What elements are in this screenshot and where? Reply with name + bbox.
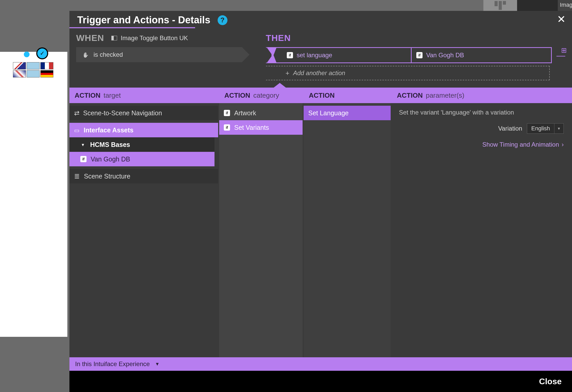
- scope-label: In this Intuiface Experience: [75, 360, 150, 368]
- target-hcms-bases[interactable]: ▾ HCMS Bases: [69, 137, 214, 152]
- node-handle[interactable]: [24, 52, 30, 57]
- flag-spacer: [27, 62, 40, 69]
- help-icon[interactable]: ?: [218, 15, 227, 25]
- layers-icon: [74, 172, 80, 180]
- action-set-language-label: Set Language: [308, 109, 349, 117]
- header-category-word: category: [253, 91, 279, 99]
- action-column: Set Language: [304, 103, 392, 357]
- target-interface-assets-label: Interface Assets: [84, 126, 133, 134]
- when-source-text: Image Toggle Button UK: [121, 34, 188, 42]
- flag-de[interactable]: [40, 70, 53, 77]
- arrows-icon: [74, 109, 79, 117]
- top-tab-cutoff[interactable]: Imag: [558, 0, 572, 11]
- trigger-badge-icon[interactable]: ✓: [36, 47, 48, 59]
- columns-header: ACTION target ACTION category ACTION ACT…: [69, 88, 572, 103]
- target-column: Scene-to-Scene Navigation Interface Asse…: [69, 103, 219, 357]
- toggle-button-icon: [111, 36, 117, 40]
- timing-label: Show Timing and Animation: [482, 141, 559, 148]
- if-badge-icon: if: [224, 124, 230, 131]
- flag-fr[interactable]: [40, 62, 53, 69]
- remove-action-button[interactable]: —: [556, 50, 565, 60]
- if-badge-icon: if: [80, 156, 87, 162]
- variation-select[interactable]: English ▼: [527, 123, 564, 134]
- close-button[interactable]: Close: [539, 377, 562, 386]
- when-source[interactable]: Image Toggle Button UK: [111, 34, 188, 42]
- chevron-right-icon: ›: [562, 141, 564, 148]
- action-target-cell[interactable]: if Van Gogh DB: [412, 48, 551, 62]
- category-artwork-label: Artwork: [234, 109, 256, 117]
- chevron-down-icon: ▼: [554, 124, 563, 133]
- action-name: set language: [297, 52, 332, 59]
- chevron-down-icon: ▾: [82, 142, 84, 147]
- param-description: Set the variant 'Language' with a variat…: [399, 109, 564, 116]
- category-artwork[interactable]: if Artwork: [219, 106, 303, 120]
- when-then-panel: ⊞ WHEN Image Toggle Button UK is checked…: [69, 28, 572, 88]
- header-parameters: ACTION parameter(s): [392, 88, 572, 103]
- target-scene-nav[interactable]: Scene-to-Scene Navigation: [69, 106, 218, 120]
- flag-toggle-widget[interactable]: ✓: [13, 53, 52, 84]
- header-action-word: ACTION: [397, 91, 423, 99]
- parameters-column: Set the variant 'Language' with a variat…: [392, 103, 572, 357]
- add-action-label: Add another action: [293, 69, 345, 77]
- action-chevron-icon: [266, 47, 271, 63]
- variation-value: English: [527, 125, 554, 132]
- action-set-language[interactable]: Set Language: [304, 106, 391, 120]
- header-action-word: ACTION: [309, 91, 335, 99]
- canvas-background: [0, 52, 67, 337]
- top-tab-inactive[interactable]: [483, 0, 517, 11]
- if-badge-icon: if: [287, 52, 293, 58]
- scope-bar[interactable]: In this Intuiface Experience ▼: [69, 357, 572, 371]
- category-set-variants-label: Set Variants: [234, 124, 269, 131]
- variation-label: Variation: [498, 125, 522, 132]
- header-category: ACTION category: [219, 88, 304, 103]
- if-badge-icon: if: [224, 110, 230, 116]
- add-action-button[interactable]: + Add another action: [266, 66, 550, 80]
- dialog-footer: Close: [69, 371, 572, 392]
- header-target-word: target: [104, 91, 121, 99]
- if-badge-icon: if: [416, 52, 423, 58]
- target-van-gogh[interactable]: if Van Gogh DB: [69, 152, 214, 166]
- dialog-title: Trigger and Actions - Details: [77, 15, 210, 26]
- category-column: if Artwork if Set Variants: [219, 103, 304, 357]
- target-van-gogh-label: Van Gogh DB: [91, 155, 130, 163]
- when-label: WHEN: [76, 33, 104, 43]
- timing-link[interactable]: Show Timing and Animation ›: [399, 141, 564, 148]
- target-interface-assets[interactable]: Interface Assets: [69, 123, 218, 137]
- target-hcms-label: HCMS Bases: [90, 141, 130, 148]
- close-icon[interactable]: ✕: [557, 14, 566, 24]
- target-scene-structure-label: Scene Structure: [84, 173, 130, 180]
- flag-uk-2[interactable]: [13, 70, 26, 77]
- flag-spacer: [27, 70, 40, 77]
- header-params-word: parameter(s): [426, 91, 464, 99]
- header-action-word: ACTION: [75, 91, 101, 99]
- when-column: WHEN Image Toggle Button UK is checked: [76, 33, 258, 80]
- header-action-word: ACTION: [224, 91, 250, 99]
- hand-icon: [82, 51, 89, 58]
- pointer-arrow-icon: [273, 83, 287, 88]
- header-action: ACTION: [304, 88, 392, 103]
- flag-uk[interactable]: [13, 62, 26, 69]
- trigger-chip[interactable]: is checked: [76, 47, 242, 62]
- header-target: ACTION target: [69, 88, 219, 103]
- category-set-variants[interactable]: if Set Variants: [219, 120, 303, 135]
- then-label: THEN: [266, 33, 565, 43]
- assets-icon: [74, 126, 80, 134]
- then-column: THEN if set language if Van Gogh DB —: [266, 33, 565, 80]
- action-target: Van Gogh DB: [426, 52, 464, 59]
- columns-body: Scene-to-Scene Navigation Interface Asse…: [69, 103, 572, 357]
- flag-grid: [13, 62, 53, 77]
- action-chip[interactable]: if set language if Van Gogh DB: [271, 47, 552, 63]
- target-scene-structure[interactable]: Scene Structure: [69, 169, 218, 183]
- chevron-down-icon: ▼: [155, 361, 160, 367]
- plus-icon: +: [285, 69, 289, 77]
- dialog-titlebar: Trigger and Actions - Details ? ✕: [69, 11, 572, 28]
- triggers-actions-dialog: Trigger and Actions - Details ? ✕ ⊞ WHEN…: [69, 11, 572, 392]
- action-row: if set language if Van Gogh DB —: [266, 47, 565, 63]
- action-name-cell[interactable]: if set language: [272, 48, 412, 62]
- bars-icon: [495, 1, 506, 11]
- param-variation-row: Variation English ▼: [399, 123, 564, 134]
- target-scene-nav-label: Scene-to-Scene Navigation: [83, 109, 162, 117]
- trigger-text: is checked: [94, 51, 123, 58]
